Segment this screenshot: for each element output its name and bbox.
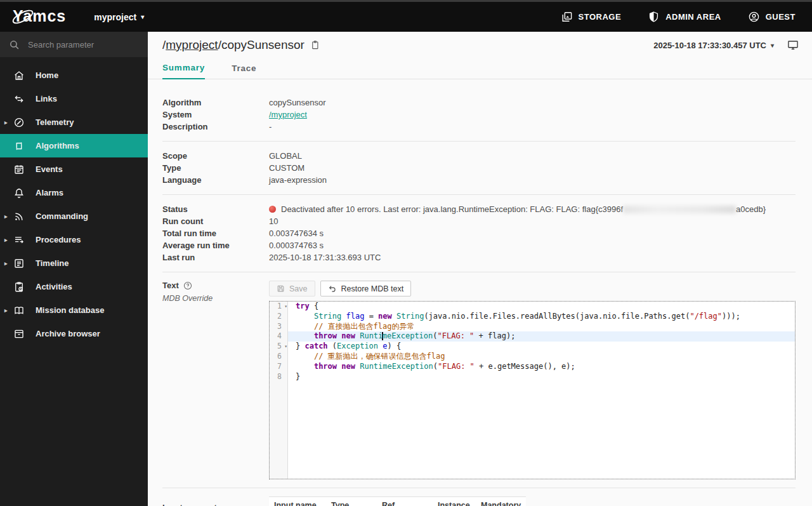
col-mandatory: Mandatory: [476, 497, 526, 506]
breadcrumb: /myproject/copySunsensor: [162, 38, 320, 52]
storage-label: STORAGE: [579, 12, 622, 22]
tab-trace[interactable]: Trace: [232, 63, 256, 79]
search-icon: [9, 39, 20, 50]
archive-browser-icon: [13, 328, 25, 340]
sidebar-item-label: Links: [36, 94, 57, 103]
search-bar: [0, 32, 148, 57]
sidebar-item-links[interactable]: Links: [0, 87, 148, 110]
sidebar-item-label: Mission database: [36, 305, 104, 315]
sidebar-item-label: Commanding: [36, 211, 88, 221]
scope-value: GLOBAL: [269, 150, 302, 162]
code-line[interactable]: } catch (Exception e) {: [288, 342, 795, 352]
editor-code[interactable]: try { String flag = new String(java.nio.…: [288, 302, 795, 479]
code-editor[interactable]: 1▾2345▾678 try { String flag = new Strin…: [269, 301, 796, 479]
sidebar-item-activities[interactable]: Activities: [0, 275, 148, 298]
restore-mdb-text-button[interactable]: Restore MDB text: [320, 281, 412, 296]
photo-library-icon: [561, 11, 573, 23]
code-line[interactable]: String flag = new String(java.nio.file.F…: [288, 312, 795, 322]
tab-summary[interactable]: Summary: [162, 63, 205, 79]
text-label: Text: [162, 281, 179, 290]
sidebar-item-mission-database[interactable]: ▸ Mission database: [0, 298, 148, 322]
sidebar-item-telemetry[interactable]: ▸ Telemetry: [0, 110, 148, 134]
telemetry-icon: [13, 117, 25, 128]
sidebar: Home Links ▸ Telemetry: [0, 32, 148, 506]
system-link[interactable]: /myproject: [269, 110, 307, 119]
time-selector[interactable]: 2025-10-18 17:33:30.457 UTC ▾: [653, 41, 774, 50]
scope-label: Scope: [162, 150, 269, 162]
copy-icon[interactable]: [310, 40, 320, 50]
bell-icon: [13, 187, 25, 199]
page-header: /myproject/copySunsensor 2025-10-18 17:3…: [148, 32, 812, 58]
sidebar-item-alarms[interactable]: Alarms: [0, 181, 148, 204]
search-input[interactable]: [27, 39, 141, 50]
commanding-icon: [13, 211, 25, 222]
sidebar-item-label: Archive browser: [36, 329, 100, 338]
sidebar-item-label: Home: [36, 70, 58, 80]
tab-bar: Summary Trace: [148, 58, 812, 79]
sidebar-item-archive-browser[interactable]: Archive browser: [0, 322, 148, 345]
sidebar-item-procedures[interactable]: ▸ Procedures: [0, 228, 148, 251]
top-bar: Yamcs myproject ▾ STORAGE ADM: [0, 0, 812, 32]
chevron-down-icon: ▾: [141, 13, 144, 20]
description-value: -: [269, 121, 272, 133]
section-divider: [162, 272, 796, 272]
run-count-value: 10: [269, 215, 278, 227]
sidebar-item-algorithms[interactable]: Algorithms: [0, 134, 148, 157]
sidebar-item-home[interactable]: Home: [0, 63, 148, 87]
project-name: myproject: [94, 12, 136, 22]
status-value: Deactivated after 10 errors. Last error:…: [269, 203, 766, 215]
sidebar-item-commanding[interactable]: ▸ Commanding: [0, 204, 148, 228]
sidebar-item-label: Telemetry: [36, 117, 74, 127]
chevron-down-icon: ▾: [771, 42, 774, 49]
code-line[interactable]: throw new RuntimeException("FLAG: " + fl…: [288, 331, 795, 342]
algorithm-label: Algorithm: [162, 97, 269, 109]
sidebar-item-events[interactable]: Events: [0, 157, 148, 181]
description-label: Description: [162, 121, 269, 133]
code-line[interactable]: throw new RuntimeException("FLAG: " + e.…: [288, 362, 795, 372]
help-icon[interactable]: [183, 281, 192, 290]
user-menu-button[interactable]: GUEST: [748, 11, 796, 23]
type-label: Type: [162, 162, 269, 174]
code-line[interactable]: // 直接抛出包含flag的异常: [288, 322, 795, 332]
sidebar-item-label: Procedures: [36, 235, 81, 244]
fold-chevron-icon[interactable]: ▾: [284, 302, 287, 312]
logo-text: Yamcs: [13, 7, 66, 25]
save-button[interactable]: Save: [269, 281, 315, 296]
sidebar-item-label: Events: [36, 164, 63, 174]
sidebar-item-timeline[interactable]: ▸ Timeline: [0, 251, 148, 275]
type-value: CUSTOM: [269, 162, 304, 174]
yamcs-logo[interactable]: Yamcs: [10, 6, 71, 28]
mdb-override-note: MDB Override: [162, 294, 269, 303]
input-parameters-section: Input parameters Input name Type Ref Ins…: [162, 496, 796, 506]
col-input-name: Input name: [269, 497, 326, 506]
status-label: Status: [162, 203, 269, 215]
main-area: /myproject/copySunsensor 2025-10-18 17:3…: [148, 32, 812, 506]
user-avatar-icon: [748, 11, 760, 23]
user-label: GUEST: [766, 12, 796, 22]
text-section: Text MDB Override: [162, 281, 796, 479]
events-icon: [13, 164, 25, 175]
fold-chevron-icon[interactable]: ▾: [284, 342, 287, 352]
project-switcher[interactable]: myproject ▾: [94, 12, 144, 22]
sidebar-item-label: Algorithms: [36, 141, 79, 150]
sidebar-nav: Home Links ▸ Telemetry: [0, 57, 148, 345]
total-run-time-label: Total run time: [162, 227, 269, 239]
code-line[interactable]: try {: [288, 302, 795, 312]
save-icon: [277, 284, 285, 293]
procedures-icon: [13, 234, 25, 246]
algorithms-icon: [13, 140, 25, 152]
code-line[interactable]: // 重新抛出，确保错误信息包含flag: [288, 352, 795, 362]
editor-gutter: 1▾2345▾678: [270, 302, 288, 479]
timeline-icon: [13, 258, 25, 269]
redacted-flag-blur: [623, 206, 736, 213]
average-run-time-label: Average run time: [162, 239, 269, 251]
storage-button[interactable]: STORAGE: [561, 11, 622, 23]
language-label: Language: [162, 174, 269, 186]
shield-icon: [648, 11, 660, 23]
display-icon[interactable]: [787, 39, 799, 51]
sidebar-item-label: Alarms: [36, 188, 63, 197]
code-line[interactable]: }: [288, 372, 795, 382]
links-icon: [13, 93, 25, 105]
breadcrumb-system-link[interactable]: myproject: [166, 38, 218, 51]
admin-area-button[interactable]: ADMIN AREA: [648, 11, 721, 23]
